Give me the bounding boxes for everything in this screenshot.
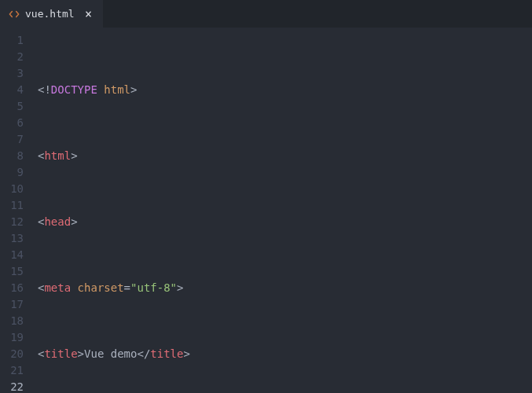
line-number: 10 bbox=[0, 181, 24, 197]
line-number: 16 bbox=[0, 280, 24, 296]
close-icon[interactable]: × bbox=[83, 8, 95, 20]
code-line: <html> bbox=[38, 148, 532, 164]
code-line: <meta charset="utf-8"> bbox=[38, 280, 532, 296]
line-number: 19 bbox=[0, 329, 24, 346]
line-number: 17 bbox=[0, 296, 24, 313]
line-number: 4 bbox=[0, 82, 24, 98]
line-number: 5 bbox=[0, 98, 24, 115]
line-number: 15 bbox=[0, 263, 24, 280]
line-number: 6 bbox=[0, 115, 24, 131]
line-number: 8 bbox=[0, 148, 24, 164]
line-number: 2 bbox=[0, 49, 24, 65]
line-number: 18 bbox=[0, 313, 24, 329]
tab-bar: vue.html × bbox=[0, 0, 532, 28]
editor-area[interactable]: 12345678910111213141516171819202122 <!DO… bbox=[0, 28, 532, 393]
line-number: 3 bbox=[0, 65, 24, 82]
line-number: 13 bbox=[0, 230, 24, 247]
code-line: <title>Vue demo</title> bbox=[38, 346, 532, 362]
code-line: <head> bbox=[38, 214, 532, 230]
tab-vue-html[interactable]: vue.html × bbox=[0, 0, 103, 28]
gutter: 12345678910111213141516171819202122 bbox=[0, 32, 38, 393]
line-number: 14 bbox=[0, 247, 24, 263]
code-content[interactable]: <!DOCTYPE html> <html> <head> <meta char… bbox=[38, 32, 532, 393]
code-icon bbox=[8, 8, 20, 20]
code-line: <!DOCTYPE html> bbox=[38, 82, 532, 98]
line-number: 9 bbox=[0, 164, 24, 181]
line-number: 22 bbox=[0, 379, 24, 393]
line-number: 1 bbox=[0, 32, 24, 49]
tab-filename: vue.html bbox=[25, 8, 75, 20]
line-number: 12 bbox=[0, 214, 24, 230]
line-number: 7 bbox=[0, 131, 24, 148]
line-number: 21 bbox=[0, 362, 24, 379]
line-number: 20 bbox=[0, 346, 24, 362]
line-number: 11 bbox=[0, 197, 24, 214]
